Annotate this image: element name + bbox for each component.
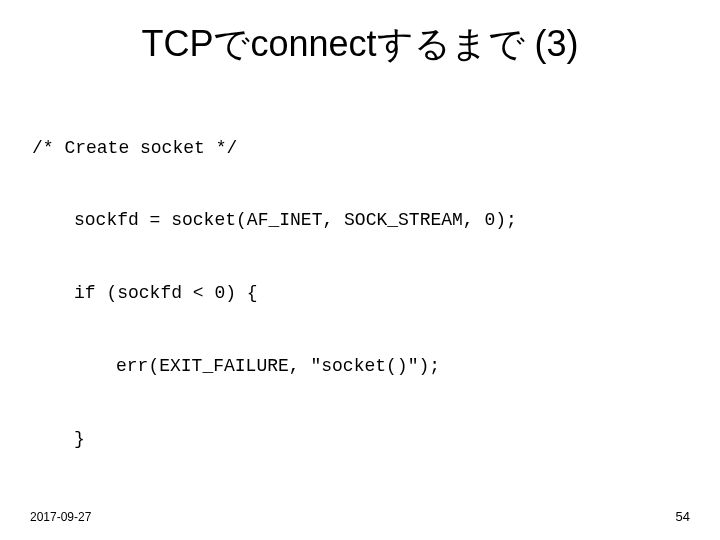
- slide: TCPでconnectするまで (3) /* Create socket */ …: [0, 0, 720, 540]
- footer-date: 2017-09-27: [30, 510, 91, 524]
- code-line: if (sockfd < 0) {: [32, 281, 690, 305]
- code-block: /* Create socket */ sockfd = socket(AF_I…: [30, 87, 690, 540]
- slide-title: TCPでconnectするまで (3): [30, 20, 690, 69]
- footer: 2017-09-27 54: [30, 509, 690, 524]
- code-line: /* Create socket */: [32, 136, 690, 160]
- page-number: 54: [676, 509, 690, 524]
- code-line: }: [32, 427, 690, 451]
- code-line: sockfd = socket(AF_INET, SOCK_STREAM, 0)…: [32, 208, 690, 232]
- code-line: err(EXIT_FAILURE, "socket()");: [32, 354, 690, 378]
